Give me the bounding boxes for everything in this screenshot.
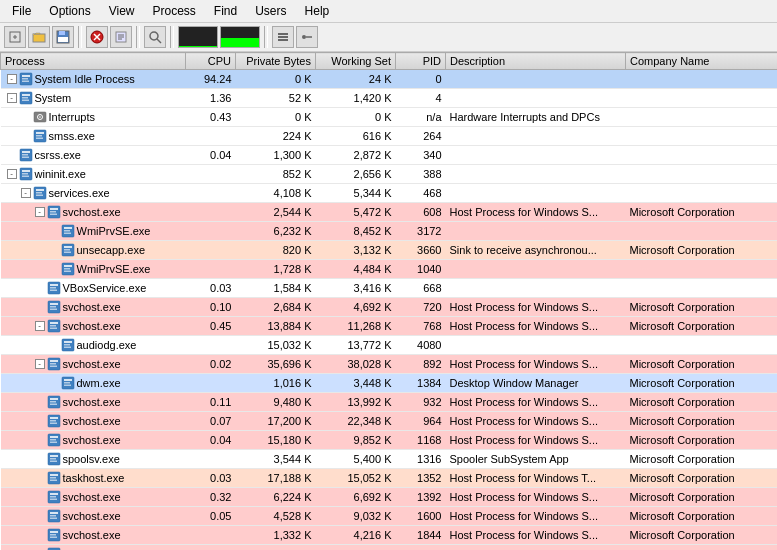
svg-rect-37 (22, 151, 30, 153)
working-set-value: 5,400 K (316, 450, 396, 469)
menu-find[interactable]: Find (206, 2, 245, 20)
toolbar-new[interactable] (4, 26, 26, 48)
expand-button[interactable]: - (35, 359, 45, 369)
table-row[interactable]: svchost.exe 0.0717,200 K22,348 K964Host … (1, 412, 778, 431)
private-bytes-value: 1,332 K (236, 526, 316, 545)
process-table-container[interactable]: Process CPU Private Bytes Working Set PI… (0, 52, 777, 550)
svg-rect-42 (22, 173, 28, 175)
cpu-value (186, 545, 236, 551)
pid-value: 1384 (396, 374, 446, 393)
cpu-value (186, 241, 236, 260)
col-header-company[interactable]: Company Name (626, 53, 778, 70)
toolbar-memory[interactable] (220, 26, 260, 48)
svg-rect-77 (64, 341, 72, 343)
table-row[interactable]: svchost.exe 1,236 K3,068 K1584Host Proce… (1, 545, 778, 551)
toolbar-open[interactable] (28, 26, 50, 48)
toolbar-option1[interactable] (272, 26, 294, 48)
process-name: WmiPrvSE.exe (77, 223, 151, 239)
cpu-value (186, 374, 236, 393)
svg-rect-53 (64, 227, 72, 229)
table-row[interactable]: WmiPrvSE.exe 1,728 K4,484 K1040 (1, 260, 778, 279)
table-row[interactable]: - svchost.exe 0.4513,884 K11,268 K768Hos… (1, 317, 778, 336)
menu-view[interactable]: View (101, 2, 143, 20)
pid-value: 1352 (396, 469, 446, 488)
process-name: VBoxService.exe (63, 280, 147, 296)
working-set-value: 5,344 K (316, 184, 396, 203)
pid-value: 1600 (396, 507, 446, 526)
toolbar-save[interactable] (52, 26, 74, 48)
process-icon (61, 376, 75, 390)
menu-file[interactable]: File (4, 2, 39, 20)
menu-process[interactable]: Process (145, 2, 204, 20)
table-row[interactable]: spoolsv.exe 3,544 K5,400 K1316Spooler Su… (1, 450, 778, 469)
private-bytes-value: 0 K (236, 70, 316, 89)
table-row[interactable]: svchost.exe 0.326,224 K6,692 K1392Host P… (1, 488, 778, 507)
svg-rect-74 (50, 325, 56, 327)
pid-value: 1392 (396, 488, 446, 507)
col-header-pid[interactable]: PID (396, 53, 446, 70)
menu-options[interactable]: Options (41, 2, 98, 20)
expand-button[interactable]: - (35, 207, 45, 217)
table-row[interactable]: svchost.exe 0.0415,180 K9,852 K1168Host … (1, 431, 778, 450)
table-row[interactable]: - wininit.exe 852 K2,656 K388 (1, 165, 778, 184)
company-value: Microsoft Corporation (626, 469, 778, 488)
table-row[interactable]: csrss.exe 0.041,300 K2,872 K340 (1, 146, 778, 165)
pid-value: 668 (396, 279, 446, 298)
expand-button[interactable]: - (35, 321, 45, 331)
col-header-cpu[interactable]: CPU (186, 53, 236, 70)
table-row[interactable]: audiodg.exe 15,032 K13,772 K4080 (1, 336, 778, 355)
toolbar-find[interactable] (144, 26, 166, 48)
table-row[interactable]: svchost.exe 1,332 K4,216 K1844Host Proce… (1, 526, 778, 545)
svg-point-14 (150, 32, 158, 40)
table-row[interactable]: taskhost.exe 0.0317,188 K15,052 K1352Hos… (1, 469, 778, 488)
table-row[interactable]: svchost.exe 0.119,480 K13,992 K932Host P… (1, 393, 778, 412)
menu-users[interactable]: Users (247, 2, 294, 20)
svg-rect-43 (22, 176, 29, 178)
process-name: svchost.exe (63, 318, 121, 334)
table-row[interactable]: - svchost.exe 0.0235,696 K38,028 K892Hos… (1, 355, 778, 374)
pid-value: n/a (396, 108, 446, 127)
process-name: taskhost.exe (63, 470, 125, 486)
toolbar-option2[interactable] (296, 26, 318, 48)
table-row[interactable]: smss.exe 224 K616 K264 (1, 127, 778, 146)
table-row[interactable]: Interrupts 0.430 K0 Kn/aHardware Interru… (1, 108, 778, 127)
svg-rect-45 (36, 189, 44, 191)
col-header-desc[interactable]: Description (446, 53, 626, 70)
toolbar-sep4 (264, 26, 268, 48)
toolbar-properties[interactable] (110, 26, 132, 48)
cpu-value (186, 450, 236, 469)
table-row[interactable]: svchost.exe 0.102,684 K4,692 K720Host Pr… (1, 298, 778, 317)
col-header-working[interactable]: Working Set (316, 53, 396, 70)
expand-button[interactable]: - (7, 74, 17, 84)
toolbar-kill[interactable] (86, 26, 108, 48)
cpu-value: 0.03 (186, 469, 236, 488)
expand-button[interactable]: - (7, 93, 17, 103)
description-value: Host Process for Windows S... (446, 545, 626, 551)
cpu-value (186, 184, 236, 203)
table-row[interactable]: - System 1.3652 K1,420 K4 (1, 89, 778, 108)
private-bytes-value: 1,728 K (236, 260, 316, 279)
svg-rect-82 (50, 363, 56, 365)
table-row[interactable]: - services.exe 4,108 K5,344 K468 (1, 184, 778, 203)
table-row[interactable]: - svchost.exe 2,544 K5,472 K608Host Proc… (1, 203, 778, 222)
pid-value: 1168 (396, 431, 446, 450)
col-header-private[interactable]: Private Bytes (236, 53, 316, 70)
table-row[interactable]: svchost.exe 0.054,528 K9,032 K1600Host P… (1, 507, 778, 526)
table-row[interactable]: - System Idle Process 94.240 K24 K0 (1, 70, 778, 89)
pid-value: 1040 (396, 260, 446, 279)
svg-rect-102 (50, 458, 56, 460)
cpu-value: 1.36 (186, 89, 236, 108)
svg-rect-22 (22, 75, 30, 77)
table-row[interactable]: WmiPrvSE.exe 6,232 K8,452 K3172 (1, 222, 778, 241)
table-row[interactable]: VBoxService.exe 0.031,584 K3,416 K668 (1, 279, 778, 298)
table-row[interactable]: unsecapp.exe 820 K3,132 K3660Sink to rec… (1, 241, 778, 260)
menu-help[interactable]: Help (297, 2, 338, 20)
cpu-value: 0.03 (186, 279, 236, 298)
svg-rect-23 (22, 78, 28, 80)
expand-button[interactable]: - (21, 188, 31, 198)
table-row[interactable]: dwm.exe 1,016 K3,448 K1384Desktop Window… (1, 374, 778, 393)
col-header-process[interactable]: Process (1, 53, 186, 70)
svg-rect-110 (50, 496, 56, 498)
expand-button[interactable]: - (7, 169, 17, 179)
toolbar-cpu-usage[interactable] (178, 26, 218, 48)
